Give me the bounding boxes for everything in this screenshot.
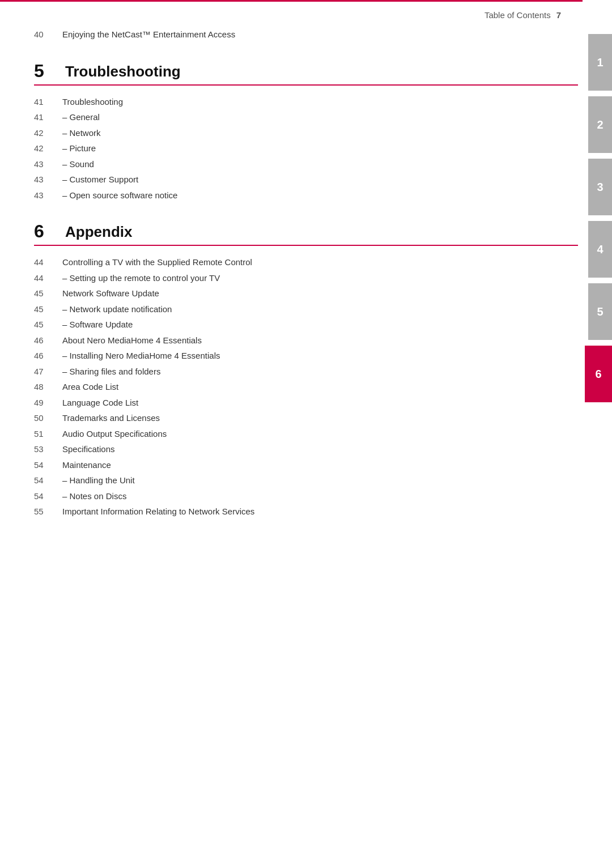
page-num-6-9: 49 bbox=[34, 397, 62, 410]
entry-text-6-7: Sharing files and folders bbox=[62, 365, 578, 378]
page-num-6-6: 46 bbox=[34, 350, 62, 363]
toc-entry-6-0: 44 Controlling a TV with the Supplied Re… bbox=[34, 256, 578, 269]
toc-entry-6-16: 55 Important Information Relating to Net… bbox=[34, 505, 578, 518]
page-num-6-13: 54 bbox=[34, 459, 62, 472]
tab-2[interactable]: 2 bbox=[588, 96, 612, 153]
section-5-num: 5 bbox=[34, 62, 65, 80]
toc-entry-6-6: 46 Installing Nero MediaHome 4 Essential… bbox=[34, 350, 578, 363]
page-num-5-2: 42 bbox=[34, 127, 62, 140]
page-num-6-7: 47 bbox=[34, 365, 62, 378]
entry-text-6-10: Trademarks and Licenses bbox=[62, 412, 578, 425]
entry-text-5-2: Network bbox=[62, 127, 578, 140]
entry-text-5-5: Customer Support bbox=[62, 173, 578, 186]
page-num-6-10: 50 bbox=[34, 412, 62, 425]
section-6-title: Appendix bbox=[65, 224, 132, 240]
entry-text-6-9: Language Code List bbox=[62, 397, 578, 410]
page-num-6-4: 45 bbox=[34, 318, 62, 331]
toc-entry-6-2: 45 Network Software Update bbox=[34, 287, 578, 300]
page-num-6-0: 44 bbox=[34, 256, 62, 269]
entry-text-6-1: Setting up the remote to control your TV bbox=[62, 272, 578, 285]
page-num-5-1: 41 bbox=[34, 111, 62, 124]
entry-text-6-0: Controlling a TV with the Supplied Remot… bbox=[62, 256, 578, 269]
toc-entry-6-10: 50 Trademarks and Licenses bbox=[34, 412, 578, 425]
page-num-5-5: 43 bbox=[34, 173, 62, 186]
section-6-entries: 44 Controlling a TV with the Supplied Re… bbox=[34, 256, 578, 518]
toc-entry-6-3: 45 Network update notification bbox=[34, 303, 578, 316]
toc-entry-5-4: 43 Sound bbox=[34, 158, 578, 171]
page-num-6-2: 45 bbox=[34, 287, 62, 300]
toc-entry-6-5: 46 About Nero MediaHome 4 Essentials bbox=[34, 334, 578, 347]
page-num-intro-0: 40 bbox=[34, 28, 62, 41]
tab-bar: 1 2 3 4 5 6 bbox=[583, 0, 612, 868]
entry-text-6-12: Specifications bbox=[62, 443, 578, 456]
toc-entry-6-1: 44 Setting up the remote to control your… bbox=[34, 272, 578, 285]
entry-text-intro-0: Enjoying the NetCast™ Entertainment Acce… bbox=[62, 28, 578, 41]
toc-entry-5-2: 42 Network bbox=[34, 127, 578, 140]
page-num-6-12: 53 bbox=[34, 443, 62, 456]
entry-text-6-8: Area Code List bbox=[62, 381, 578, 394]
intro-entries: 40 Enjoying the NetCast™ Entertainment A… bbox=[34, 28, 578, 41]
toc-entry-5-0: 41 Troubleshooting bbox=[34, 96, 578, 109]
page-num-6-1: 44 bbox=[34, 272, 62, 285]
entry-text-6-14: Handling the Unit bbox=[62, 474, 578, 487]
entry-text-5-0: Troubleshooting bbox=[62, 96, 578, 109]
toc-entry-6-4: 45 Software Update bbox=[34, 318, 578, 331]
page-num-6-16: 55 bbox=[34, 505, 62, 518]
toc-entry-6-11: 51 Audio Output Specifications bbox=[34, 428, 578, 441]
tab-4[interactable]: 4 bbox=[588, 221, 612, 278]
entry-text-6-13: Maintenance bbox=[62, 459, 578, 472]
entry-text-6-16: Important Information Relating to Networ… bbox=[62, 505, 578, 518]
entry-text-6-15: Notes on Discs bbox=[62, 490, 578, 503]
page-num-6-3: 45 bbox=[34, 303, 62, 316]
page-num-6-11: 51 bbox=[34, 428, 62, 441]
entry-text-6-5: About Nero MediaHome 4 Essentials bbox=[62, 334, 578, 347]
toc-entry-6-13: 54 Maintenance bbox=[34, 459, 578, 472]
page-num-6-5: 46 bbox=[34, 334, 62, 347]
entry-text-5-1: General bbox=[62, 111, 578, 124]
tab-6[interactable]: 6 bbox=[585, 346, 612, 402]
intro-entry-0: 40 Enjoying the NetCast™ Entertainment A… bbox=[34, 28, 578, 41]
entry-text-5-3: Picture bbox=[62, 142, 578, 155]
toc-entry-6-15: 54 Notes on Discs bbox=[34, 490, 578, 503]
entry-text-6-3: Network update notification bbox=[62, 303, 578, 316]
page-num-6-14: 54 bbox=[34, 474, 62, 487]
entry-text-5-4: Sound bbox=[62, 158, 578, 171]
toc-entry-5-5: 43 Customer Support bbox=[34, 173, 578, 186]
entry-text-6-6: Installing Nero MediaHome 4 Essentials bbox=[62, 350, 578, 363]
toc-entry-6-14: 54 Handling the Unit bbox=[34, 474, 578, 487]
page-container: Table of Contents 7 1 2 3 4 5 6 40 Enjoy… bbox=[0, 0, 612, 868]
tab-1[interactable]: 1 bbox=[588, 34, 612, 91]
entry-text-6-11: Audio Output Specifications bbox=[62, 428, 578, 441]
tab-3[interactable]: 3 bbox=[588, 159, 612, 215]
page-num-6-8: 48 bbox=[34, 381, 62, 394]
entry-text-6-2: Network Software Update bbox=[62, 287, 578, 300]
page-num-5-6: 43 bbox=[34, 189, 62, 202]
main-content: 40 Enjoying the NetCast™ Entertainment A… bbox=[34, 0, 578, 544]
section-6-heading: 6 Appendix bbox=[34, 222, 578, 246]
section-5-title: Troubleshooting bbox=[65, 63, 181, 80]
page-num-5-4: 43 bbox=[34, 158, 62, 171]
toc-entry-5-3: 42 Picture bbox=[34, 142, 578, 155]
page-num-6-15: 54 bbox=[34, 490, 62, 503]
section-5-entries: 41 Troubleshooting 41 General 42 Network… bbox=[34, 96, 578, 202]
page-num-5-3: 42 bbox=[34, 142, 62, 155]
entry-text-6-4: Software Update bbox=[62, 318, 578, 331]
entry-text-5-6: Open source software notice bbox=[62, 189, 578, 202]
section-6-num: 6 bbox=[34, 222, 65, 240]
toc-entry-6-8: 48 Area Code List bbox=[34, 381, 578, 394]
toc-entry-5-6: 43 Open source software notice bbox=[34, 189, 578, 202]
toc-entry-6-12: 53 Specifications bbox=[34, 443, 578, 456]
tab-5[interactable]: 5 bbox=[588, 283, 612, 340]
section-5-heading: 5 Troubleshooting bbox=[34, 62, 578, 86]
toc-entry-5-1: 41 General bbox=[34, 111, 578, 124]
toc-entry-6-7: 47 Sharing files and folders bbox=[34, 365, 578, 378]
toc-entry-6-9: 49 Language Code List bbox=[34, 397, 578, 410]
page-num-5-0: 41 bbox=[34, 96, 62, 109]
